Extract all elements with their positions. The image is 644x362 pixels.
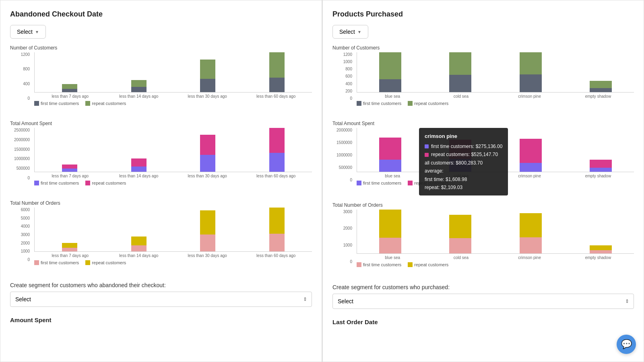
bar-segment xyxy=(449,75,471,92)
right-bottom-label: Last Order Date xyxy=(332,315,634,325)
right-orders-label: Total Number of Orders xyxy=(332,202,634,208)
bar-segment xyxy=(200,60,215,79)
table-row xyxy=(572,210,630,253)
right-amount-legend: first time customers repeat customers xyxy=(357,181,634,185)
left-segment-title: Create segment for customers who abandon… xyxy=(10,282,312,288)
first-time-legend-icon xyxy=(34,101,39,106)
left-select-arrow-icon: ▼ xyxy=(35,30,39,34)
left-amount-x-labels: less than 7 days ago less than 14 days a… xyxy=(34,172,312,178)
table-row xyxy=(361,128,419,172)
bar-segment xyxy=(520,74,542,92)
table-row xyxy=(246,128,308,172)
bar-segment xyxy=(269,153,285,172)
first-time-legend-icon xyxy=(357,101,361,106)
left-orders-x-labels: less than 7 days ago less than 14 days a… xyxy=(34,252,312,258)
right-orders-x-labels: blue sea cold sea crimson pine empty sha… xyxy=(357,254,634,260)
table-row xyxy=(108,128,170,172)
table-row xyxy=(431,52,490,92)
table-row xyxy=(246,52,308,92)
left-segment-select-wrapper: Select xyxy=(10,292,312,307)
right-orders-chart: Total Number of Orders 3000 2000 1000 0 xyxy=(332,202,634,276)
left-orders-bars-row xyxy=(34,208,312,252)
bar-segment xyxy=(131,87,147,92)
right-segment-title: Create segment for customers who purchas… xyxy=(332,284,634,290)
right-panel: Products Purchased Select ▼ Number of Cu… xyxy=(322,0,644,362)
bar-segment xyxy=(520,237,542,253)
bar-segment xyxy=(200,155,215,172)
left-orders-y-axis: 6000 5000 4000 3000 2000 1000 0 xyxy=(10,208,32,262)
right-amount-x-labels: blue sea cold sea crimson pine empty sha… xyxy=(357,172,634,178)
first-time-legend-icon xyxy=(34,181,39,185)
left-orders-legend: first time customers repeat customers xyxy=(34,260,312,265)
left-orders-bars-area: less than 7 days ago less than 14 days a… xyxy=(34,208,312,265)
bar-segment xyxy=(590,250,612,253)
right-customers-chart: Number of Customers 1200 1000 800 600 40… xyxy=(332,45,634,113)
left-orders-chart: Total Number of Orders 6000 5000 4000 30… xyxy=(10,200,312,274)
right-panel-title: Products Purchased xyxy=(332,10,634,19)
bar-segment xyxy=(131,80,147,87)
table-row xyxy=(431,210,490,253)
table-row xyxy=(431,128,490,172)
right-segment-select[interactable]: Select xyxy=(332,294,634,309)
bar-segment xyxy=(449,238,471,253)
repeat-legend-icon xyxy=(408,262,413,267)
repeat-legend-icon xyxy=(85,181,90,185)
right-orders-y-axis: 3000 2000 1000 0 xyxy=(332,210,355,264)
table-row xyxy=(177,52,239,92)
table-row xyxy=(177,208,239,251)
left-panel-title: Abandoned Checkout Date xyxy=(10,10,312,19)
bar-segment xyxy=(269,78,285,92)
bar-segment xyxy=(200,210,215,234)
right-select-button[interactable]: Select ▼ xyxy=(332,25,368,39)
table-row xyxy=(502,210,560,253)
bar-segment xyxy=(62,165,77,169)
right-amount-bars-area: blue sea cold sea crimson pine empty sha… xyxy=(357,128,634,185)
bar-segment xyxy=(379,52,401,79)
table-row xyxy=(361,210,419,253)
bar-segment xyxy=(131,245,147,251)
table-row xyxy=(39,128,101,172)
first-time-legend-icon xyxy=(357,262,361,267)
left-customers-bars-row xyxy=(34,52,312,93)
left-select-button[interactable]: Select ▼ xyxy=(10,25,46,39)
left-amount-y-axis: 2500000 2000000 1500000 1000000 500000 0 xyxy=(10,128,32,180)
right-customers-bars-row xyxy=(357,52,634,93)
bar-segment xyxy=(62,248,77,251)
chat-button[interactable]: 💬 xyxy=(617,335,636,354)
repeat-legend-icon xyxy=(85,101,90,106)
first-time-legend-icon xyxy=(357,181,361,185)
bar-segment xyxy=(449,52,471,75)
right-amount-chart: Total Amount Spent 2000000 1500000 10000… xyxy=(332,121,634,194)
left-customers-y-axis: 1200 800 400 0 xyxy=(10,52,32,101)
right-customers-label: Number of Customers xyxy=(332,45,634,51)
left-panel: Abandoned Checkout Date Select ▼ Number … xyxy=(0,0,322,362)
bar-segment xyxy=(379,138,401,160)
left-segment-select[interactable]: Select xyxy=(10,292,312,307)
bar-segment xyxy=(269,52,285,78)
left-segment-row: Create segment for customers who abandon… xyxy=(10,282,312,307)
table-row xyxy=(39,52,101,92)
left-customers-label: Number of Customers xyxy=(10,45,312,51)
left-customers-legend: first time customers repeat customers xyxy=(34,101,312,106)
bar-segment xyxy=(269,208,285,234)
bar-segment xyxy=(590,168,612,172)
repeat-legend-icon xyxy=(85,260,90,265)
bar-segment xyxy=(379,210,401,238)
table-row xyxy=(572,52,630,92)
bar-segment xyxy=(62,169,77,172)
bar-segment xyxy=(269,234,285,251)
right-orders-legend: first time customers repeat customers xyxy=(357,262,634,267)
right-amount-label: Total Amount Spent xyxy=(332,121,634,126)
bar-segment xyxy=(590,160,612,168)
bar-segment xyxy=(379,79,401,92)
table-row xyxy=(177,128,239,172)
right-orders-bars-area: blue sea cold sea crimson pine empty sha… xyxy=(357,210,634,267)
left-customers-chart: Number of Customers 1200 800 400 0 xyxy=(10,45,312,113)
chat-icon: 💬 xyxy=(621,339,632,350)
bar-segment xyxy=(200,135,215,155)
bar-segment xyxy=(449,215,471,238)
bar-segment xyxy=(200,234,215,251)
left-amount-bars-row xyxy=(34,128,312,172)
right-customers-x-labels: blue sea cold sea crimson pine empty sha… xyxy=(357,93,634,99)
table-row xyxy=(572,128,630,172)
